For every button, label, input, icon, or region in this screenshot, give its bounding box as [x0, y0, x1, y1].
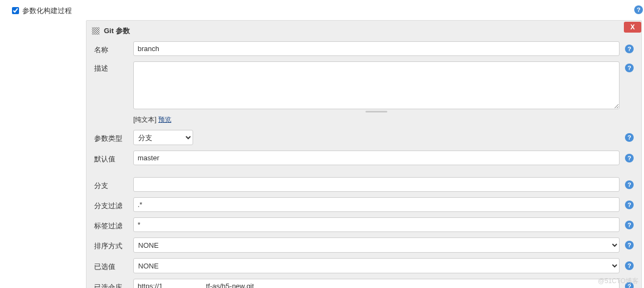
help-icon[interactable]: ?	[634, 5, 643, 14]
help-icon[interactable]: ?	[625, 64, 634, 72]
git-parameter-panel: X Git 参数 名称 ? 描述 [纯文本] 预览 ? 参数类型	[86, 20, 642, 288]
help-icon[interactable]: ?	[625, 221, 634, 229]
description-textarea[interactable]	[133, 61, 620, 109]
help-icon[interactable]: ?	[625, 241, 634, 249]
tag-filter-label: 标签过滤	[94, 219, 133, 231]
parametrized-build-label: 参数化构建过程	[22, 6, 72, 16]
branch-filter-input[interactable]	[133, 197, 620, 212]
help-icon[interactable]: ?	[625, 133, 634, 142]
textarea-resize-handle[interactable]	[133, 111, 620, 113]
name-input[interactable]	[133, 41, 620, 56]
default-value-input[interactable]	[133, 151, 620, 165]
help-icon[interactable]: ?	[625, 154, 634, 162]
parametrized-build-checkbox[interactable]	[12, 7, 19, 14]
param-type-select[interactable]: 分支	[133, 130, 193, 145]
description-format-note: [纯文本] 预览	[133, 115, 620, 124]
panel-title: Git 参数	[104, 26, 130, 36]
delete-parameter-button[interactable]: X	[624, 22, 641, 33]
help-icon[interactable]: ?	[625, 261, 634, 270]
branch-filter-label: 分支过滤	[94, 199, 133, 211]
branch-input[interactable]	[133, 177, 620, 192]
help-icon[interactable]: ?	[625, 180, 634, 189]
branch-label: 分支	[94, 179, 133, 191]
default-value-label: 默认值	[94, 152, 133, 164]
selected-value-select[interactable]: NONE	[133, 258, 620, 273]
sort-label: 排序方式	[94, 239, 133, 251]
selected-repo-input[interactable]	[133, 279, 620, 288]
help-icon[interactable]: ?	[625, 282, 634, 289]
help-icon[interactable]: ?	[625, 45, 634, 53]
sort-select[interactable]: NONE	[133, 237, 620, 253]
param-type-label: 参数类型	[94, 132, 133, 143]
name-label: 名称	[94, 43, 133, 55]
tag-filter-input[interactable]	[133, 217, 620, 232]
selected-value-label: 已选值	[94, 260, 133, 272]
description-label: 描述	[94, 61, 133, 73]
preview-link[interactable]: 预览	[158, 116, 171, 123]
drag-handle-icon[interactable]	[92, 27, 100, 35]
selected-repo-label: 已选仓库	[94, 280, 133, 289]
help-icon[interactable]: ?	[625, 201, 634, 209]
